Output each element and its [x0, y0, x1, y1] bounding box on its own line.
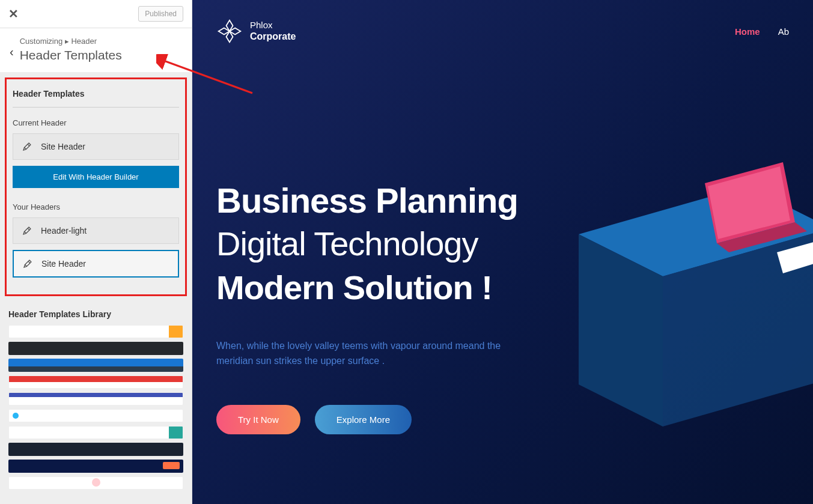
main-nav: Home Ab: [735, 26, 789, 37]
publish-button[interactable]: Published: [138, 6, 183, 22]
site-header: Phlox Corporate Home Ab: [192, 0, 813, 62]
your-header-item[interactable]: Header-light: [13, 217, 179, 244]
tools-icon: [22, 225, 32, 236]
library-list: [0, 325, 192, 490]
tools-icon: [22, 258, 33, 269]
tools-icon: [22, 141, 32, 152]
breadcrumb-path: Customizing ▸ Header: [20, 37, 181, 46]
template-thumb[interactable]: [8, 409, 183, 422]
panel-body[interactable]: Header Templates Current Header Site Hea…: [0, 73, 192, 504]
breadcrumb-row: ‹ Customizing ▸ Header Header Templates: [0, 28, 192, 73]
highlighted-section: Header Templates Current Header Site Hea…: [5, 77, 187, 296]
nav-item-about[interactable]: Ab: [778, 26, 789, 37]
hero-buttons: Try It Now Explore More: [216, 405, 613, 434]
current-header-label: Current Header: [13, 118, 179, 127]
logo-text: Phlox Corporate: [250, 20, 296, 42]
template-thumb[interactable]: [8, 375, 183, 389]
header-item-label: Site Header: [41, 142, 85, 151]
logo-line2: Corporate: [250, 31, 296, 42]
customizer-sidebar: ✕ Published ‹ Customizing ▸ Header Heade…: [0, 0, 192, 504]
template-thumb[interactable]: [8, 359, 183, 372]
hero-line3: Modern Solution !: [216, 268, 613, 307]
your-header-item-selected[interactable]: Site Header: [13, 250, 179, 278]
breadcrumb-text: Customizing ▸ Header Header Templates: [20, 37, 181, 62]
site-preview: Phlox Corporate Home Ab Business Plannin…: [192, 0, 813, 504]
hero-illustration: [579, 150, 813, 451]
explore-more-button[interactable]: Explore More: [315, 405, 412, 434]
page-title: Header Templates: [20, 48, 181, 62]
logo-line1: Phlox: [250, 20, 296, 31]
template-thumb[interactable]: [8, 476, 183, 490]
template-thumb[interactable]: [8, 392, 183, 405]
your-headers-label: Your Headers: [13, 202, 179, 211]
try-it-now-button[interactable]: Try It Now: [216, 405, 300, 434]
template-thumb[interactable]: [8, 342, 183, 355]
template-thumb[interactable]: [8, 443, 183, 456]
current-header-item[interactable]: Site Header: [13, 133, 179, 160]
customizer-topbar: ✕ Published: [0, 0, 192, 28]
hero-title: Business Planning: [216, 183, 613, 219]
library-heading: Header Templates Library: [0, 301, 192, 325]
back-arrow-icon[interactable]: ‹: [6, 37, 20, 59]
template-thumb[interactable]: [8, 460, 183, 473]
close-icon[interactable]: ✕: [8, 7, 19, 21]
logo-icon: [216, 18, 243, 44]
site-logo[interactable]: Phlox Corporate: [216, 18, 296, 44]
template-thumb[interactable]: [8, 426, 183, 439]
nav-item-home[interactable]: Home: [735, 26, 760, 37]
hero-description: When, while the lovely valley teems with…: [216, 338, 505, 369]
header-item-label: Header-light: [41, 226, 87, 235]
section-heading: Header Templates: [13, 85, 179, 108]
template-thumb[interactable]: [8, 325, 183, 338]
edit-header-builder-button[interactable]: Edit With Header Builder: [13, 166, 179, 188]
hero-section: Business Planning Digital Technology Mod…: [192, 62, 613, 434]
hero-line2: Digital Technology: [216, 224, 613, 263]
header-item-label: Site Header: [41, 259, 86, 269]
